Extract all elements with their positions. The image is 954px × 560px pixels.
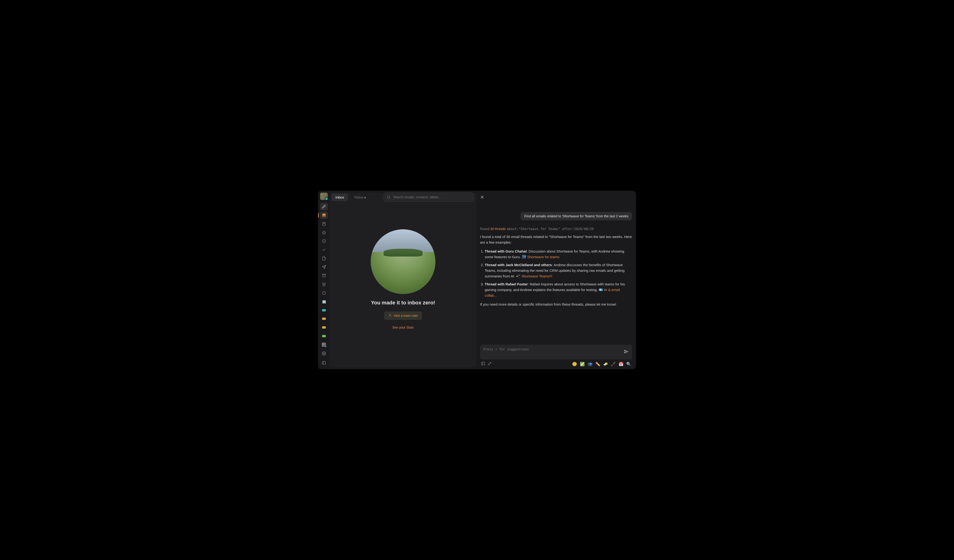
response-item: Thread with Jack McClelland and others: … <box>485 262 632 279</box>
contact-avatar-icon <box>322 343 326 347</box>
inbox-zero-image <box>371 229 435 294</box>
emoji-smile[interactable]: 🙂 <box>572 362 577 367</box>
sidebar-label-teal[interactable] <box>320 306 328 314</box>
drafts-icon <box>322 256 326 261</box>
sidebar-snoozed[interactable] <box>320 237 328 245</box>
sidebar-sent[interactable] <box>320 263 328 271</box>
svg-line-1 <box>390 198 390 199</box>
tab-inbox[interactable]: Inbox <box>332 193 348 201</box>
sidebar-done[interactable] <box>320 246 328 254</box>
sidebar-archive[interactable] <box>320 272 328 280</box>
user-query-bubble: Find all emails related to 'Shortwave fo… <box>521 212 632 220</box>
chat-input[interactable] <box>483 347 624 355</box>
check-icon <box>322 247 326 252</box>
sidebar-starred[interactable] <box>320 229 328 236</box>
see-stats-link[interactable]: See your Stats <box>392 325 414 329</box>
response-item: Thread with Rafael Foster: Rafael inquir… <box>485 282 632 298</box>
sidebar-inbox[interactable] <box>320 212 328 219</box>
hire-button-label: Hire a town crier <box>394 314 418 317</box>
inbox-icon <box>322 213 326 217</box>
response-intro: I found a total of 30 email threads rela… <box>480 234 632 245</box>
emoji-butter[interactable]: 🧈 <box>603 362 608 367</box>
svg-rect-16 <box>322 361 326 364</box>
svg-rect-18 <box>482 362 485 365</box>
emoji-pen[interactable]: 🖋️ <box>611 362 616 367</box>
send-icon <box>322 265 326 269</box>
svg-rect-11 <box>322 274 326 275</box>
label-pill-icon <box>322 335 326 337</box>
search-icon <box>387 195 391 199</box>
settings-button[interactable] <box>320 350 328 358</box>
thread-link[interactable]: Shortwave for teams <box>527 255 560 259</box>
sidebar-drafts[interactable] <box>320 255 328 262</box>
item-title: Thread with Guru Chahal <box>485 249 527 253</box>
collapse-button[interactable] <box>488 361 492 367</box>
panel-icon <box>322 361 326 365</box>
item-title: Thread with Rafael Foster <box>485 282 528 286</box>
label-pill-icon <box>322 326 326 328</box>
sidebar-label-yellow2[interactable] <box>320 324 328 331</box>
sidebar-contact[interactable] <box>320 341 328 348</box>
panel-toggle-button[interactable] <box>481 361 485 367</box>
compose-button[interactable] <box>320 203 328 210</box>
app-window: Inbox Todos <box>318 191 636 369</box>
emoji-pencil[interactable]: ✏️ <box>595 362 600 367</box>
emoji-check[interactable]: ✅ <box>580 362 585 367</box>
sidebar-trash[interactable] <box>320 280 328 288</box>
clock-icon <box>322 239 326 243</box>
response-item: Thread with Guru Chahal: Discussion abou… <box>485 249 632 260</box>
found-query-text: about:"Shortwave for Teams" after:2024/0… <box>507 227 594 231</box>
send-icon <box>624 349 629 354</box>
tab-todos[interactable]: Todos <box>350 193 369 201</box>
emoji-mailbox[interactable]: 📭 <box>588 362 592 367</box>
thread-link[interactable]: Shortwave Teams!!! <box>522 274 552 278</box>
svg-line-21 <box>488 364 489 365</box>
search-box[interactable] <box>383 193 474 202</box>
inbox-zero-area: You made it to inbox zero! Hire a town c… <box>330 205 476 367</box>
collapse-icon <box>488 361 492 366</box>
response-list: Thread with Guru Chahal: Discussion abou… <box>485 249 632 298</box>
archive-icon <box>322 274 326 278</box>
search-input[interactable] <box>393 195 471 199</box>
found-count[interactable]: 30 threads <box>490 227 506 231</box>
svg-point-15 <box>323 353 325 354</box>
pencil-icon <box>322 204 326 208</box>
chat-panel: Find all emails related to 'Shortwave fo… <box>476 191 636 369</box>
emoji-calendar[interactable]: 📅 <box>619 362 624 367</box>
svg-point-0 <box>387 196 390 198</box>
chat-input-area[interactable] <box>480 345 632 359</box>
emoji-bar: 🙂 ✅ 📭 ✏️ 🧈 🖋️ 📅 🔍 <box>480 359 632 367</box>
star-icon <box>322 230 326 235</box>
top-bar: Inbox Todos <box>330 191 636 204</box>
sidebar-notes[interactable] <box>320 220 328 228</box>
sidebar: 🏢 <box>318 191 330 369</box>
close-button[interactable] <box>478 193 486 201</box>
send-button[interactable] <box>624 349 629 355</box>
collapse-sidebar-button[interactable] <box>320 359 328 367</box>
sidebar-label-green[interactable] <box>320 332 328 340</box>
svg-marker-7 <box>322 231 326 234</box>
ai-response: I found a total of 30 email threads rela… <box>480 234 632 307</box>
main-panel: You made it to inbox zero! Hire a town c… <box>330 193 476 367</box>
sidebar-spam[interactable] <box>320 289 328 297</box>
sparkle-icon <box>388 314 392 317</box>
label-pill-icon <box>322 317 326 320</box>
close-icon <box>480 194 485 200</box>
emoji-search[interactable]: 🔍 <box>626 362 631 367</box>
panel-left-icon <box>481 361 485 366</box>
item-title: Thread with Jack McClelland and others <box>485 263 552 267</box>
found-summary: Found 30 threads about:"Shortwave for Te… <box>480 227 632 231</box>
label-pill-icon <box>322 309 326 311</box>
trash-icon <box>322 282 326 286</box>
tab-todos-label: Todos <box>354 195 363 199</box>
note-icon <box>322 222 326 226</box>
sidebar-label-yellow1[interactable] <box>320 315 328 323</box>
svg-line-20 <box>490 362 491 363</box>
response-outro: If you need more details or specific inf… <box>480 302 632 307</box>
todos-dot-icon <box>364 197 366 198</box>
gear-icon <box>322 352 326 356</box>
avatar[interactable] <box>320 193 328 200</box>
sidebar-label-building[interactable]: 🏢 <box>320 298 328 305</box>
hire-town-crier-button[interactable]: Hire a town crier <box>384 311 422 320</box>
alert-icon <box>322 291 326 295</box>
